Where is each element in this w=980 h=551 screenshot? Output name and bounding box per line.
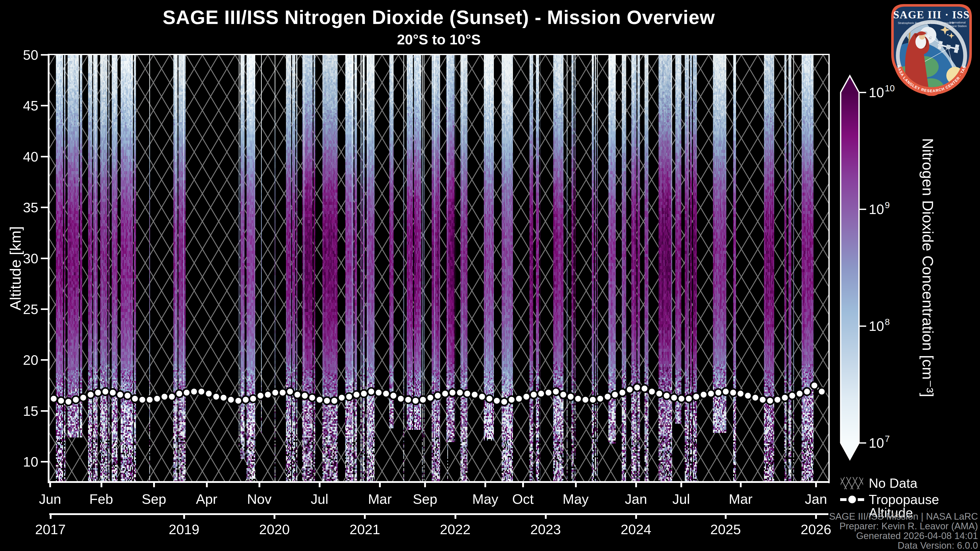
month-tick-mark <box>379 483 381 487</box>
colorbar-tick-mark <box>859 92 866 93</box>
plot-spine-right <box>829 54 830 483</box>
month-tick-label: Apr <box>184 492 230 507</box>
year-tick-label: 2017 <box>25 522 76 537</box>
year-tick-mark <box>725 515 727 519</box>
y-tick-mark <box>41 461 48 462</box>
sage-iii-iss-mission-patch-logo: SAGE III · ISS Stratospheric Aerosol and… <box>890 3 973 96</box>
month-tick-mark <box>49 483 51 487</box>
year-tick-mark <box>545 515 547 519</box>
y-tick-mark <box>41 54 48 56</box>
month-tick-mark <box>319 483 321 487</box>
tropopause-dot-icon <box>848 495 856 503</box>
year-tick-mark <box>183 515 185 519</box>
y-tick-label: 30 <box>6 251 38 266</box>
year-tick-label: 2022 <box>430 522 481 537</box>
year-tick-mark <box>50 515 52 519</box>
colorbar-tick-label: 109 <box>869 201 917 218</box>
plot-spine-left <box>48 54 49 483</box>
y-tick-mark <box>41 359 48 361</box>
month-tick-label: Jul <box>658 492 704 507</box>
month-tick-label: Mar <box>357 492 403 507</box>
month-tick-mark <box>484 483 486 487</box>
patch-subtitle-right2: Space Station <box>948 24 967 27</box>
footer-line: Generated 2026-04-08 14:01 <box>829 531 978 541</box>
y-tick-label: 50 <box>6 47 38 62</box>
month-tick-label: Nov <box>236 492 282 507</box>
year-tick-label: 2023 <box>520 522 571 537</box>
colorbar <box>835 74 898 464</box>
colorbar-gradient-bar <box>841 76 859 459</box>
heatmap-plot-area: 504540353025201510 JunFebSepAprNovJulMar… <box>49 55 829 482</box>
year-tick-mark <box>455 515 456 519</box>
patch-subtitle-left: Stratospheric Aerosol and Gas Experiment… <box>898 21 954 24</box>
month-tick-mark <box>153 483 155 487</box>
patch-title: SAGE III · ISS <box>893 9 970 21</box>
month-tick-label: May <box>553 492 599 507</box>
y-tick-label: 15 <box>6 403 38 419</box>
month-tick-label: Feb <box>78 492 124 507</box>
colorbar-label: Nitrogen Dioxide Concentration [cm⁻³] <box>919 138 937 397</box>
month-tick-label: Jan <box>793 492 839 507</box>
year-axis-line <box>49 513 829 515</box>
y-tick-label: 10 <box>6 454 38 469</box>
year-tick-label: 2019 <box>159 522 210 537</box>
month-tick-label: Sep <box>131 492 177 507</box>
y-tick-mark <box>41 105 48 106</box>
month-tick-mark <box>740 483 741 487</box>
month-tick-label: Jul <box>297 492 342 507</box>
month-tick-label: Sep <box>402 492 448 507</box>
month-tick-label: Mar <box>718 492 764 507</box>
no-data-hatch-swatch <box>841 477 863 489</box>
month-tick-label: Jun <box>27 492 73 507</box>
colorbar-tick-mark <box>859 326 866 327</box>
month-tick-label: Jan <box>613 492 659 507</box>
y-tick-label: 25 <box>6 302 38 317</box>
tropopause-dash-icon <box>858 498 864 501</box>
month-tick-mark <box>815 483 817 487</box>
y-tick-mark <box>41 206 48 208</box>
month-tick-mark <box>635 483 637 487</box>
y-tick-mark <box>41 156 48 157</box>
month-tick-mark <box>259 483 260 487</box>
year-tick-label: 2025 <box>700 522 751 537</box>
y-tick-mark <box>41 410 48 412</box>
month-tick-label: Oct <box>500 492 546 507</box>
y-tick-label: 45 <box>6 98 38 113</box>
year-tick-mark <box>274 515 275 519</box>
month-tick-mark <box>206 483 208 487</box>
month-tick-mark <box>575 483 577 487</box>
tropopause-dash-icon <box>840 498 846 501</box>
y-tick-label: 20 <box>6 352 38 368</box>
y-axis-label: Altitude [km] <box>6 226 24 310</box>
legend-no-data-label: No Data <box>869 476 918 490</box>
y-tick-label: 40 <box>6 149 38 164</box>
year-tick-label: 2021 <box>339 522 390 537</box>
month-tick-mark <box>522 483 524 487</box>
year-tick-mark <box>364 515 366 519</box>
colorbar-tick-mark <box>859 442 866 444</box>
patch-subtitle-right1: International <box>950 21 966 24</box>
year-tick-label: 2020 <box>249 522 300 537</box>
plot-spine-bottom <box>48 481 829 483</box>
year-tick-mark <box>815 515 817 519</box>
page-subtitle: 20°S to 10°S <box>49 31 829 48</box>
month-tick-mark <box>424 483 426 487</box>
tropopause-line-swatch <box>840 494 864 505</box>
plot-spine-top <box>48 54 829 55</box>
month-tick-mark <box>100 483 102 487</box>
no2-heatmap-canvas <box>49 55 829 482</box>
year-tick-mark <box>635 515 637 519</box>
page-title: SAGE III/ISS Nitrogen Dioxide (Sunset) -… <box>49 6 829 28</box>
colorbar-tick-label: 107 <box>869 434 917 451</box>
colorbar-tick-label: 108 <box>869 318 917 334</box>
footer-line: Data Version: 6.0.0 <box>829 541 978 551</box>
y-tick-mark <box>41 308 48 310</box>
month-tick-mark <box>680 483 682 487</box>
y-tick-label: 35 <box>6 200 38 215</box>
year-tick-label: 2024 <box>611 522 662 537</box>
footer-line: Preparer: Kevin R. Leavor (AMA) <box>829 521 978 531</box>
footer-line: SAGE III/ISS Mission | NASA LaRC <box>829 512 978 521</box>
colorbar-tick-mark <box>859 209 866 210</box>
footer-credits: SAGE III/ISS Mission | NASA LaRC Prepare… <box>829 512 978 551</box>
y-tick-mark <box>41 258 48 259</box>
